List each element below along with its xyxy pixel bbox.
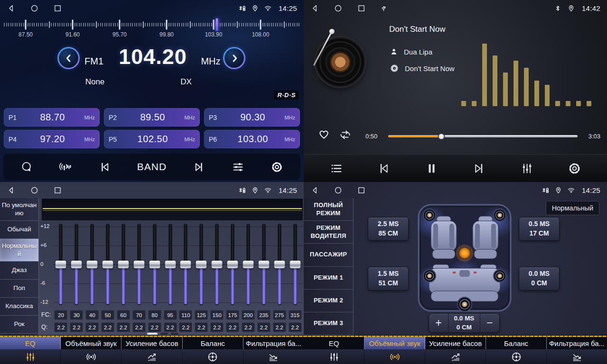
q-value[interactable]: 2.2	[148, 322, 161, 332]
eq-band-slider[interactable]	[53, 224, 69, 305]
aps-button[interactable]	[59, 161, 72, 173]
settings-button[interactable]	[568, 162, 581, 175]
q-value[interactable]: 2.2	[117, 322, 130, 332]
recents-button[interactable]	[53, 186, 62, 195]
slider-handle[interactable]	[243, 261, 253, 268]
q-value[interactable]: 2.2	[226, 322, 239, 332]
pause-button[interactable]	[425, 162, 439, 175]
fc-value[interactable]: 315	[289, 310, 302, 320]
fc-value[interactable]: 30	[70, 310, 83, 320]
q-value[interactable]: 2.2	[54, 322, 67, 332]
slider-handle[interactable]	[56, 261, 66, 268]
repeat-button[interactable]	[339, 128, 352, 141]
previous-track-button[interactable]	[377, 162, 391, 175]
back-button[interactable]	[7, 186, 16, 195]
next-track-button[interactable]	[472, 162, 486, 175]
slider-handle[interactable]	[258, 261, 269, 268]
eq-preset-2[interactable]: Обычай	[0, 221, 38, 239]
previous-station-button[interactable]	[98, 161, 111, 173]
q-value[interactable]: 2.2	[289, 322, 302, 332]
rear-left-delay[interactable]: 1.5 MS51 CM	[368, 267, 409, 291]
eq-band-slider[interactable]	[84, 224, 100, 305]
progress-knob[interactable]	[438, 133, 445, 140]
preset-button-p2[interactable]: P289.50MHz	[104, 108, 200, 127]
favorite-button[interactable]	[317, 127, 331, 141]
eq-preset-5[interactable]: Поп	[0, 280, 38, 298]
playlist-button[interactable]	[329, 162, 343, 175]
q-value[interactable]: 2.2	[257, 322, 271, 332]
tab-icon-bass[interactable]	[121, 349, 182, 364]
q-value[interactable]: 2.2	[70, 322, 83, 332]
eq-band-slider[interactable]	[162, 224, 178, 305]
delay-decrease-button[interactable]: −	[480, 314, 499, 332]
fc-value[interactable]: 235	[257, 310, 271, 320]
progress-bar[interactable]	[388, 135, 578, 137]
slider-handle[interactable]	[289, 261, 300, 268]
eq-preset-3[interactable]: Нормальный	[0, 239, 38, 262]
preset-button-p3[interactable]: P390.30MHz	[204, 108, 300, 127]
rear-right-delay[interactable]: 0.0 MS0 CM	[519, 267, 560, 291]
eq-band-slider[interactable]	[271, 224, 287, 305]
tab-icon-bass[interactable]	[425, 349, 486, 364]
tab-icon-eq[interactable]	[0, 349, 61, 364]
tab-icon-surround[interactable]	[364, 349, 425, 364]
eq-band-slider[interactable]	[131, 224, 147, 305]
recents-button[interactable]	[53, 4, 62, 13]
eq-band-slider[interactable]	[209, 224, 225, 305]
mode-item-3[interactable]: ПАССАЖИР	[304, 244, 353, 266]
preset-button-p1[interactable]: P188.70MHz	[4, 108, 100, 127]
eq-band-slider[interactable]	[225, 224, 241, 305]
q-value[interactable]: 2.2	[101, 322, 114, 332]
eq-band-slider[interactable]	[69, 224, 84, 305]
fc-value[interactable]: 175	[226, 310, 239, 320]
sound-preset-button[interactable]: Нормальный	[546, 201, 599, 215]
band-button[interactable]: BAND	[137, 161, 167, 173]
eq-band-slider[interactable]	[256, 224, 271, 305]
eq-preset-7[interactable]: Рок	[0, 316, 38, 334]
eq-band-slider[interactable]	[287, 224, 303, 305]
tab-eq[interactable]: EQ	[304, 337, 364, 349]
slider-handle[interactable]	[149, 261, 160, 268]
eq-preset-4[interactable]: Джаз	[0, 262, 38, 280]
q-value[interactable]: 2.2	[132, 322, 146, 332]
fc-value[interactable]: 200	[242, 310, 255, 320]
tab-icon-filter[interactable]	[547, 349, 607, 364]
fc-value[interactable]: 125	[195, 310, 208, 320]
tab-surround[interactable]: Объёмный звук	[364, 337, 425, 349]
tab-icon-filter[interactable]	[243, 349, 304, 364]
slider-handle[interactable]	[103, 261, 113, 268]
eq-band-slider[interactable]	[100, 224, 116, 305]
mode-item-5[interactable]: РЕЖИМ 2	[304, 290, 353, 312]
preset-button-p4[interactable]: P497.20MHz	[4, 130, 100, 148]
tune-down-button[interactable]	[57, 47, 80, 69]
q-value[interactable]: 2.2	[85, 322, 99, 332]
eq-preset-1[interactable]: По умолчанию	[0, 198, 38, 221]
delay-increase-button[interactable]: +	[429, 314, 448, 332]
tab-bass[interactable]: Усиление басов	[121, 337, 182, 349]
tab-icon-balance[interactable]	[486, 349, 547, 364]
slider-handle[interactable]	[133, 261, 144, 268]
eq-band-slider[interactable]	[147, 224, 162, 305]
fc-value[interactable]: 40	[85, 310, 99, 320]
q-value[interactable]: 2.2	[242, 322, 255, 332]
preset-button-p5[interactable]: P5102.50MHz	[104, 130, 200, 148]
mode-item-6[interactable]: РЕЖИМ 3	[304, 312, 353, 335]
tab-balance[interactable]: Баланс	[183, 337, 243, 349]
mode-item-2[interactable]: РЕЖИМ ВОДИТЕЛЯ	[304, 221, 353, 244]
tune-up-button[interactable]	[223, 47, 245, 69]
fc-value[interactable]: 275	[273, 310, 286, 320]
audio-settings-button[interactable]	[232, 161, 244, 173]
slider-handle[interactable]	[212, 261, 223, 268]
fc-value[interactable]: 20	[54, 310, 67, 320]
fc-value[interactable]: 60	[117, 310, 130, 320]
next-station-button[interactable]	[193, 161, 205, 173]
back-button[interactable]	[310, 186, 319, 195]
preset-button-p6[interactable]: P6103.00MHz	[204, 130, 300, 148]
fc-value[interactable]: 110	[179, 310, 192, 320]
q-value[interactable]: 2.2	[195, 322, 208, 332]
mode-item-4[interactable]: РЕЖИМ 1	[304, 267, 353, 290]
front-right-delay[interactable]: 0.5 MS17 CM	[519, 217, 560, 241]
fc-value[interactable]: 95	[164, 310, 177, 320]
scan-button[interactable]	[20, 161, 33, 173]
q-value[interactable]: 2.2	[210, 322, 224, 332]
